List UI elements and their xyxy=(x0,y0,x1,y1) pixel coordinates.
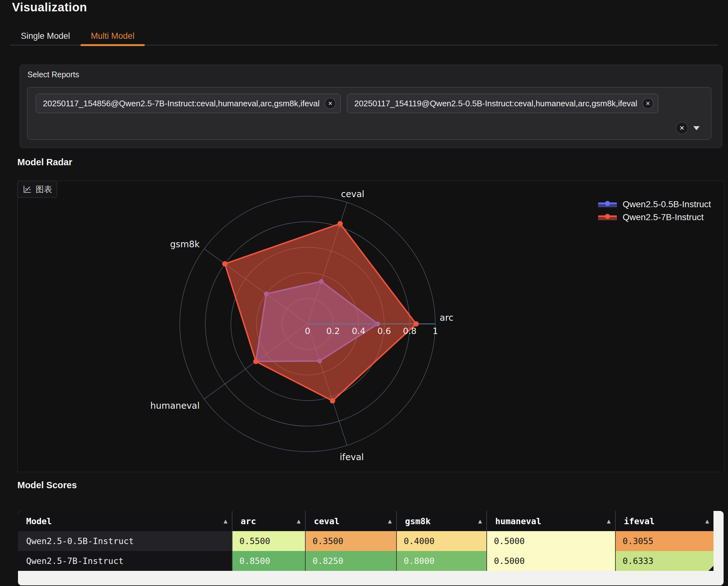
sort-ascending-icon[interactable]: ▲ xyxy=(478,517,482,525)
column-header-model[interactable]: Model▲ xyxy=(18,511,232,531)
svg-text:0: 0 xyxy=(305,326,310,336)
column-header-label: humaneval xyxy=(495,516,541,526)
category-label-ifeval: ifeval xyxy=(340,452,364,462)
resize-corner-icon xyxy=(708,566,713,571)
column-header-label: Model xyxy=(26,516,52,526)
reports-multiselect[interactable]: 20250117_154856@Qwen2.5-7B-Instruct:ceva… xyxy=(27,87,711,140)
clear-icon: ✕ xyxy=(679,125,685,131)
legend-label: Qwen2.5-0.5B-Instruct xyxy=(623,199,711,209)
score-cell-gsm8k: 0.8000 xyxy=(397,551,487,571)
column-header-humaneval[interactable]: humaneval▲ xyxy=(487,511,616,531)
sort-ascending-icon[interactable]: ▲ xyxy=(297,517,301,525)
column-header-ceval[interactable]: ceval▲ xyxy=(306,511,397,531)
select-reports-label: Select Reports xyxy=(27,70,79,79)
svg-text:0.8: 0.8 xyxy=(403,326,417,336)
selected-report-chips: 20250117_154856@Qwen2.5-7B-Instruct:ceva… xyxy=(36,94,658,113)
score-cell-humaneval: 0.5000 xyxy=(487,551,616,571)
scores-table: Model▲arc▲ceval▲gsm8k▲humaneval▲ifeval▲Q… xyxy=(18,511,724,585)
score-cell-ifeval: 0.6333 xyxy=(616,551,713,571)
scatter-chart-icon xyxy=(22,185,32,194)
model-name-cell: Qwen2.5-0.5B-Instruct xyxy=(18,531,232,551)
svg-text:0.6: 0.6 xyxy=(378,326,391,336)
horizontal-scrollbar[interactable] xyxy=(18,571,724,585)
sort-ascending-icon[interactable]: ▲ xyxy=(388,517,392,525)
score-cell-ceval: 0.8250 xyxy=(306,551,397,571)
select-reports-panel: Select Reports 20250117_154856@Qwen2.5-7… xyxy=(20,65,722,148)
category-label-arc: arc xyxy=(440,313,453,323)
column-header-label: arc xyxy=(241,516,256,526)
score-cell-arc: 0.8500 xyxy=(232,551,306,571)
score-cell-gsm8k: 0.4000 xyxy=(397,531,487,551)
column-header-label: ifeval xyxy=(624,516,655,526)
column-header-arc[interactable]: arc▲ xyxy=(232,511,306,531)
score-cell-ifeval: 0.3055 xyxy=(616,531,713,551)
page-title: Visualization xyxy=(12,1,87,14)
radar-area-qwen2-5-7b-instruct xyxy=(225,223,416,401)
svg-text:0.4: 0.4 xyxy=(352,326,366,336)
model-radar-heading: Model Radar xyxy=(17,157,72,167)
score-cell-arc: 0.5500 xyxy=(232,531,306,551)
column-header-gsm8k[interactable]: gsm8k▲ xyxy=(397,511,487,531)
report-chip[interactable]: 20250117_154856@Qwen2.5-7B-Instruct:ceva… xyxy=(36,94,341,113)
legend-item-qwen2-5-0-5b-instruct[interactable]: Qwen2.5-0.5B-Instruct xyxy=(598,199,711,209)
sort-ascending-icon[interactable]: ▲ xyxy=(607,517,610,525)
report-chip[interactable]: 20250117_154119@Qwen2.5-0.5B-Instruct:ce… xyxy=(347,94,658,113)
sort-ascending-icon[interactable]: ▲ xyxy=(224,517,228,525)
radar-chart[interactable]: 00.20.40.60.81arccevalgsm8khumanevalifev… xyxy=(18,181,724,472)
dropdown-caret-icon[interactable] xyxy=(693,126,700,130)
report-chip-label: 20250117_154119@Qwen2.5-0.5B-Instruct:ce… xyxy=(354,99,637,108)
report-chip-label: 20250117_154856@Qwen2.5-7B-Instruct:ceva… xyxy=(43,99,319,108)
svg-text:0.2: 0.2 xyxy=(327,326,340,336)
vertical-scrollbar[interactable] xyxy=(713,511,724,571)
score-cell-humaneval: 0.5000 xyxy=(487,531,616,551)
tab-single-model[interactable]: Single Model xyxy=(10,28,80,45)
scores-grid: Model▲arc▲ceval▲gsm8k▲humaneval▲ifeval▲Q… xyxy=(18,511,713,571)
model-scores-heading: Model Scores xyxy=(17,480,77,490)
radar-chart-panel: 图表 00.20.40.60.81arccevalgsm8khumanevali… xyxy=(17,181,725,472)
chip-remove-button[interactable]: ✕ xyxy=(324,98,336,109)
clear-selection-button[interactable]: ✕ xyxy=(676,122,688,134)
sort-ascending-icon[interactable]: ▲ xyxy=(705,517,709,525)
chart-type-tab[interactable]: 图表 xyxy=(17,181,57,198)
tab-multi-model[interactable]: Multi Model xyxy=(80,28,145,45)
score-cell-ceval: 0.3500 xyxy=(306,531,397,551)
column-header-label: gsm8k xyxy=(405,516,431,526)
model-name-cell: Qwen2.5-7B-Instruct xyxy=(18,551,232,571)
column-header-label: ceval xyxy=(314,516,339,526)
chart-legend: Qwen2.5-0.5B-InstructQwen2.5-7B-Instruct xyxy=(598,199,711,222)
legend-marker-icon xyxy=(598,202,617,207)
legend-marker-icon xyxy=(598,215,617,220)
legend-item-qwen2-5-7b-instruct[interactable]: Qwen2.5-7B-Instruct xyxy=(598,212,711,222)
chip-remove-button[interactable]: ✕ xyxy=(642,98,654,109)
tab-bar: Single ModelMulti Model xyxy=(10,28,718,46)
legend-label: Qwen2.5-7B-Instruct xyxy=(623,212,704,222)
category-label-humaneval: humaneval xyxy=(151,401,200,411)
category-label-ceval: ceval xyxy=(341,189,364,199)
chart-tab-label: 图表 xyxy=(36,184,52,195)
multiselect-controls: ✕ xyxy=(676,122,700,134)
svg-text:1: 1 xyxy=(433,326,438,336)
column-header-ifeval[interactable]: ifeval▲ xyxy=(616,511,713,531)
category-label-gsm8k: gsm8k xyxy=(170,239,200,249)
